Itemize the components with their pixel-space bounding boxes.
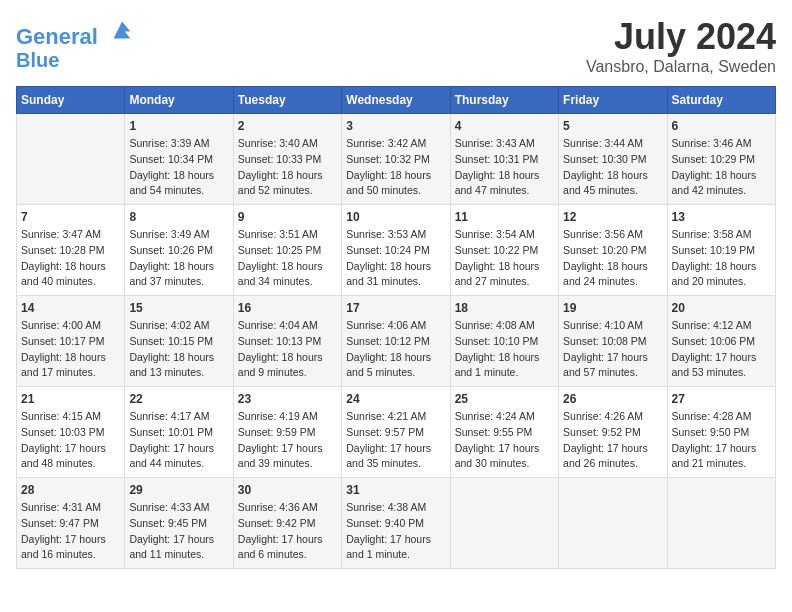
week-row-3: 21Sunrise: 4:15 AM Sunset: 10:03 PM Dayl… (17, 387, 776, 478)
day-number: 6 (672, 119, 771, 133)
calendar-cell: 12Sunrise: 3:56 AM Sunset: 10:20 PM Dayl… (559, 205, 667, 296)
calendar-cell: 14Sunrise: 4:00 AM Sunset: 10:17 PM Dayl… (17, 296, 125, 387)
calendar-cell: 19Sunrise: 4:10 AM Sunset: 10:08 PM Dayl… (559, 296, 667, 387)
calendar-cell: 23Sunrise: 4:19 AM Sunset: 9:59 PM Dayli… (233, 387, 341, 478)
calendar-cell: 13Sunrise: 3:58 AM Sunset: 10:19 PM Dayl… (667, 205, 775, 296)
day-detail: Sunrise: 4:33 AM Sunset: 9:45 PM Dayligh… (129, 500, 228, 563)
day-number: 16 (238, 301, 337, 315)
calendar-cell: 2Sunrise: 3:40 AM Sunset: 10:33 PM Dayli… (233, 114, 341, 205)
day-detail: Sunrise: 4:04 AM Sunset: 10:13 PM Daylig… (238, 318, 337, 381)
day-number: 23 (238, 392, 337, 406)
logo: General Blue (16, 16, 136, 71)
day-detail: Sunrise: 4:00 AM Sunset: 10:17 PM Daylig… (21, 318, 120, 381)
calendar-cell: 17Sunrise: 4:06 AM Sunset: 10:12 PM Dayl… (342, 296, 450, 387)
day-number: 3 (346, 119, 445, 133)
day-number: 11 (455, 210, 554, 224)
calendar-cell: 25Sunrise: 4:24 AM Sunset: 9:55 PM Dayli… (450, 387, 558, 478)
day-detail: Sunrise: 3:51 AM Sunset: 10:25 PM Daylig… (238, 227, 337, 290)
calendar-cell: 28Sunrise: 4:31 AM Sunset: 9:47 PM Dayli… (17, 478, 125, 569)
day-number: 29 (129, 483, 228, 497)
day-number: 19 (563, 301, 662, 315)
day-detail: Sunrise: 3:39 AM Sunset: 10:34 PM Daylig… (129, 136, 228, 199)
day-detail: Sunrise: 3:42 AM Sunset: 10:32 PM Daylig… (346, 136, 445, 199)
day-number: 4 (455, 119, 554, 133)
day-detail: Sunrise: 4:02 AM Sunset: 10:15 PM Daylig… (129, 318, 228, 381)
logo-icon (108, 16, 136, 44)
calendar-cell: 1Sunrise: 3:39 AM Sunset: 10:34 PM Dayli… (125, 114, 233, 205)
day-number: 7 (21, 210, 120, 224)
day-detail: Sunrise: 4:10 AM Sunset: 10:08 PM Daylig… (563, 318, 662, 381)
day-number: 15 (129, 301, 228, 315)
calendar-cell: 16Sunrise: 4:04 AM Sunset: 10:13 PM Dayl… (233, 296, 341, 387)
week-row-1: 7Sunrise: 3:47 AM Sunset: 10:28 PM Dayli… (17, 205, 776, 296)
header-monday: Monday (125, 87, 233, 114)
day-number: 5 (563, 119, 662, 133)
calendar-header-row: SundayMondayTuesdayWednesdayThursdayFrid… (17, 87, 776, 114)
day-detail: Sunrise: 3:43 AM Sunset: 10:31 PM Daylig… (455, 136, 554, 199)
day-number: 18 (455, 301, 554, 315)
calendar-cell: 10Sunrise: 3:53 AM Sunset: 10:24 PM Dayl… (342, 205, 450, 296)
day-detail: Sunrise: 3:56 AM Sunset: 10:20 PM Daylig… (563, 227, 662, 290)
day-detail: Sunrise: 4:31 AM Sunset: 9:47 PM Dayligh… (21, 500, 120, 563)
calendar-cell: 5Sunrise: 3:44 AM Sunset: 10:30 PM Dayli… (559, 114, 667, 205)
day-number: 28 (21, 483, 120, 497)
day-detail: Sunrise: 3:40 AM Sunset: 10:33 PM Daylig… (238, 136, 337, 199)
day-number: 12 (563, 210, 662, 224)
day-number: 10 (346, 210, 445, 224)
day-number: 2 (238, 119, 337, 133)
day-number: 9 (238, 210, 337, 224)
day-number: 20 (672, 301, 771, 315)
day-detail: Sunrise: 3:49 AM Sunset: 10:26 PM Daylig… (129, 227, 228, 290)
logo-text: General (16, 16, 136, 49)
calendar-cell: 4Sunrise: 3:43 AM Sunset: 10:31 PM Dayli… (450, 114, 558, 205)
calendar-cell: 11Sunrise: 3:54 AM Sunset: 10:22 PM Dayl… (450, 205, 558, 296)
calendar-cell: 31Sunrise: 4:38 AM Sunset: 9:40 PM Dayli… (342, 478, 450, 569)
day-detail: Sunrise: 3:58 AM Sunset: 10:19 PM Daylig… (672, 227, 771, 290)
header-wednesday: Wednesday (342, 87, 450, 114)
calendar-cell (559, 478, 667, 569)
day-detail: Sunrise: 4:36 AM Sunset: 9:42 PM Dayligh… (238, 500, 337, 563)
day-detail: Sunrise: 4:06 AM Sunset: 10:12 PM Daylig… (346, 318, 445, 381)
day-detail: Sunrise: 4:28 AM Sunset: 9:50 PM Dayligh… (672, 409, 771, 472)
day-number: 22 (129, 392, 228, 406)
title-block: July 2024 Vansbro, Dalarna, Sweden (586, 16, 776, 76)
day-detail: Sunrise: 3:44 AM Sunset: 10:30 PM Daylig… (563, 136, 662, 199)
day-number: 13 (672, 210, 771, 224)
calendar-cell: 3Sunrise: 3:42 AM Sunset: 10:32 PM Dayli… (342, 114, 450, 205)
day-detail: Sunrise: 3:54 AM Sunset: 10:22 PM Daylig… (455, 227, 554, 290)
calendar-cell: 27Sunrise: 4:28 AM Sunset: 9:50 PM Dayli… (667, 387, 775, 478)
svg-marker-0 (114, 22, 131, 39)
calendar-cell: 20Sunrise: 4:12 AM Sunset: 10:06 PM Dayl… (667, 296, 775, 387)
day-number: 17 (346, 301, 445, 315)
day-number: 27 (672, 392, 771, 406)
calendar-cell (667, 478, 775, 569)
day-number: 8 (129, 210, 228, 224)
calendar-cell: 21Sunrise: 4:15 AM Sunset: 10:03 PM Dayl… (17, 387, 125, 478)
calendar-cell: 24Sunrise: 4:21 AM Sunset: 9:57 PM Dayli… (342, 387, 450, 478)
day-detail: Sunrise: 4:17 AM Sunset: 10:01 PM Daylig… (129, 409, 228, 472)
location: Vansbro, Dalarna, Sweden (586, 58, 776, 76)
day-number: 1 (129, 119, 228, 133)
calendar-cell: 18Sunrise: 4:08 AM Sunset: 10:10 PM Dayl… (450, 296, 558, 387)
calendar-cell: 22Sunrise: 4:17 AM Sunset: 10:01 PM Dayl… (125, 387, 233, 478)
day-detail: Sunrise: 3:53 AM Sunset: 10:24 PM Daylig… (346, 227, 445, 290)
day-number: 26 (563, 392, 662, 406)
header-thursday: Thursday (450, 87, 558, 114)
day-detail: Sunrise: 4:38 AM Sunset: 9:40 PM Dayligh… (346, 500, 445, 563)
week-row-2: 14Sunrise: 4:00 AM Sunset: 10:17 PM Dayl… (17, 296, 776, 387)
day-detail: Sunrise: 3:46 AM Sunset: 10:29 PM Daylig… (672, 136, 771, 199)
calendar-cell: 7Sunrise: 3:47 AM Sunset: 10:28 PM Dayli… (17, 205, 125, 296)
day-number: 30 (238, 483, 337, 497)
day-number: 31 (346, 483, 445, 497)
calendar-cell: 9Sunrise: 3:51 AM Sunset: 10:25 PM Dayli… (233, 205, 341, 296)
day-detail: Sunrise: 4:24 AM Sunset: 9:55 PM Dayligh… (455, 409, 554, 472)
logo-blue-text: Blue (16, 49, 136, 71)
day-detail: Sunrise: 4:26 AM Sunset: 9:52 PM Dayligh… (563, 409, 662, 472)
calendar-cell: 26Sunrise: 4:26 AM Sunset: 9:52 PM Dayli… (559, 387, 667, 478)
day-detail: Sunrise: 4:19 AM Sunset: 9:59 PM Dayligh… (238, 409, 337, 472)
day-detail: Sunrise: 4:21 AM Sunset: 9:57 PM Dayligh… (346, 409, 445, 472)
calendar-cell: 29Sunrise: 4:33 AM Sunset: 9:45 PM Dayli… (125, 478, 233, 569)
header-sunday: Sunday (17, 87, 125, 114)
day-number: 14 (21, 301, 120, 315)
day-number: 24 (346, 392, 445, 406)
